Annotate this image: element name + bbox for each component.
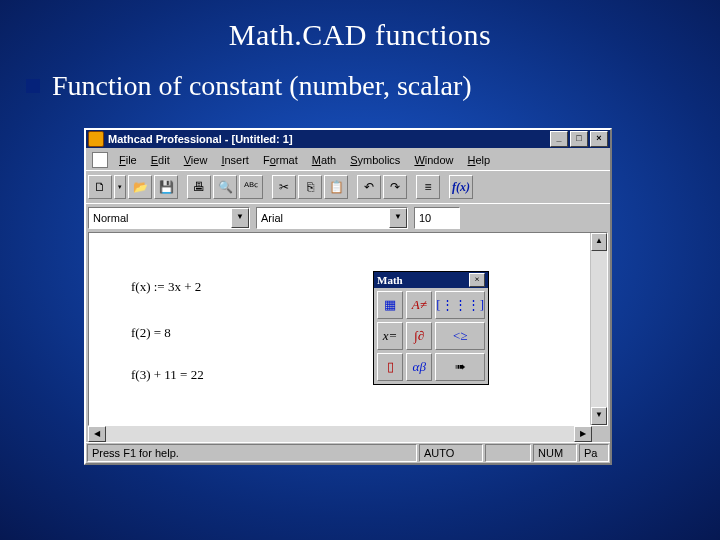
palette-programming-button[interactable]: ▯ [377,353,403,381]
open-button[interactable]: 📂 [128,175,152,199]
palette-close-button[interactable]: × [469,273,485,287]
chevron-down-icon[interactable]: ▼ [389,208,407,228]
subtitle-text: Function of constant (number, scalar) [52,70,472,102]
style-value: Normal [89,212,231,224]
save-button[interactable]: 💾 [154,175,178,199]
workspace[interactable]: f(x) := 3x + 2 f(2) = 8 f(3) + 11 = 22 M… [89,233,591,425]
scroll-corner [592,426,608,442]
redo-button[interactable]: ↷ [383,175,407,199]
palette-boolean-button[interactable]: <≥ [435,322,485,350]
titlebar[interactable]: Mathcad Professional - [Untitled: 1] _ □… [86,130,610,148]
print-button[interactable]: 🖶 [187,175,211,199]
palette-evaluation-button[interactable]: x= [377,322,403,350]
preview-button[interactable]: 🔍 [213,175,237,199]
status-num: NUM [533,444,577,462]
insert-function-button[interactable]: f(x) [449,175,473,199]
document-frame: f(x) := 3x + 2 f(2) = 8 f(3) + 11 = 22 M… [88,232,608,426]
palette-titlebar[interactable]: Math × [374,272,488,288]
equation-2[interactable]: f(2) = 8 [131,325,171,341]
new-button[interactable]: 🗋 [88,175,112,199]
cut-button[interactable]: ✂ [272,175,296,199]
menu-insert[interactable]: Insert [214,152,256,168]
font-combo[interactable]: Arial ▼ [256,207,408,229]
palette-title: Math [377,274,403,286]
align-button[interactable]: ≡ [416,175,440,199]
menubar: File Edit View Insert Format Math Symbol… [86,148,610,170]
chevron-down-icon[interactable]: ▼ [231,208,249,228]
toolbar: 🗋 ▾ 📂 💾 🖶 🔍 ᴬᴮᶜ ✂ ⎘ 📋 ↶ ↷ ≡ f(x) [86,170,610,203]
document-icon[interactable] [92,152,108,168]
window-title: Mathcad Professional - [Untitled: 1] [108,133,293,145]
undo-button[interactable]: ↶ [357,175,381,199]
font-value: Arial [257,212,389,224]
scroll-track[interactable] [591,251,607,407]
menu-edit[interactable]: Edit [144,152,177,168]
menu-view[interactable]: View [177,152,215,168]
scroll-left-icon[interactable]: ◀ [88,426,106,442]
slide-title: Math.CAD functions [0,0,720,52]
status-page: Pa [579,444,609,462]
slide-subtitle: Function of constant (number, scalar) [26,70,720,102]
status-auto: AUTO [419,444,483,462]
menu-format[interactable]: Format [256,152,305,168]
scroll-right-icon[interactable]: ▶ [574,426,592,442]
scroll-up-icon[interactable]: ▲ [591,233,607,251]
palette-symbolic-button[interactable]: ➠ [435,353,485,381]
app-window: Mathcad Professional - [Untitled: 1] _ □… [84,128,612,465]
equation-3[interactable]: f(3) + 11 = 22 [131,367,204,383]
menu-file[interactable]: File [112,152,144,168]
style-combo[interactable]: Normal ▼ [88,207,250,229]
new-dropdown-icon[interactable]: ▾ [114,175,126,199]
palette-greek-button[interactable]: αβ [406,353,432,381]
maximize-button[interactable]: □ [570,131,588,147]
equation-1[interactable]: f(x) := 3x + 2 [131,279,201,295]
paste-button[interactable]: 📋 [324,175,348,199]
math-palette[interactable]: Math × ▦ A≠ [⋮⋮⋮] x= ∫∂ <≥ ▯ αβ ➠ [373,271,489,385]
horizontal-scrollbar[interactable]: ◀ ▶ [88,426,608,442]
vertical-scrollbar[interactable]: ▲ ▼ [591,233,607,425]
status-help: Press F1 for help. [87,444,417,462]
size-value: 10 [415,212,459,224]
menu-symbolics[interactable]: Symbolics [343,152,407,168]
scroll-track[interactable] [106,426,574,442]
minimize-button[interactable]: _ [550,131,568,147]
app-icon[interactable] [88,131,104,147]
spellcheck-button[interactable]: ᴬᴮᶜ [239,175,263,199]
status-blank [485,444,531,462]
copy-button[interactable]: ⎘ [298,175,322,199]
palette-matrix-button[interactable]: [⋮⋮⋮] [435,291,485,319]
palette-calculator-button[interactable]: ▦ [377,291,403,319]
scroll-down-icon[interactable]: ▼ [591,407,607,425]
menu-help[interactable]: Help [461,152,498,168]
palette-graph-button[interactable]: A≠ [406,291,432,319]
palette-calculus-button[interactable]: ∫∂ [406,322,432,350]
bullet-icon [26,79,40,93]
format-bar: Normal ▼ Arial ▼ 10 [86,203,610,232]
menu-window[interactable]: Window [407,152,460,168]
menu-math[interactable]: Math [305,152,343,168]
status-bar: Press F1 for help. AUTO NUM Pa [86,442,610,463]
size-combo[interactable]: 10 [414,207,460,229]
close-button[interactable]: × [590,131,608,147]
